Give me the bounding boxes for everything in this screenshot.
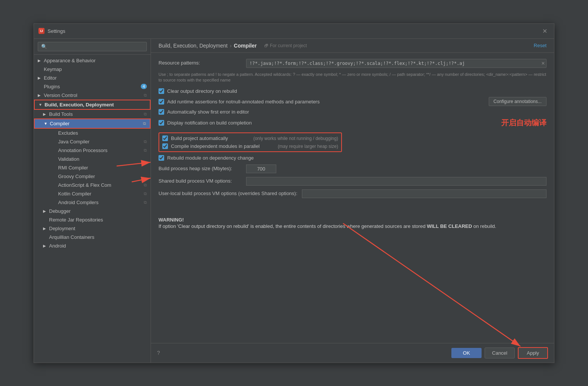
user-local-vm-input[interactable] [302,189,546,198]
copy-icon: ⧉ [144,183,147,188]
add-runtime-label: Add runtime assertions for notnull-annot… [167,99,486,105]
sidebar-item-label: Arquillian Containers [49,234,147,240]
sidebar-item-version-control[interactable]: ▶ Version Control ⧉ [34,91,151,100]
sidebar-item-label: Remote Jar Repositories [49,217,147,223]
sidebar-item-kotlin-compiler[interactable]: Kotlin Compiler ⧉ [34,189,151,198]
warning-body: If option 'Clear output directory on reb… [159,223,546,230]
compile-parallel-checkbox[interactable] [162,143,168,149]
expand-arrow: ▼ [38,103,43,107]
sidebar-item-label: RMI Compiler [58,165,147,171]
reset-button[interactable]: Reset [534,43,546,48]
rebuild-module-label: Rebuild module on dependency change [167,155,546,161]
sidebar-item-excludes[interactable]: Excludes [34,129,151,137]
compile-parallel-note: (may require larger heap size) [278,144,338,149]
sidebar-item-label: Deployment [49,226,147,231]
sidebar-item-plugins[interactable]: Plugins 4 [34,82,151,91]
close-button[interactable]: ✕ [540,27,550,35]
sidebar-item-label: Kotlin Compiler [58,191,142,197]
sidebar-item-label: Appearance & Behavior [44,58,147,63]
build-auto-row: Build project automatically (only works … [162,135,338,141]
rebuild-module-checkbox[interactable] [159,155,164,161]
sidebar-item-appearance[interactable]: ▶ Appearance & Behavior [34,56,151,65]
warning-title: WARNING! [159,217,546,223]
hint-text: Use ; to separate patterns and ! to nega… [159,72,546,83]
compile-parallel-label: Compile independent modules in parallel [171,143,260,149]
copy-icon: ⧉ [144,148,147,153]
apply-button[interactable]: Apply [518,347,548,359]
search-input[interactable] [38,42,147,51]
build-auto-note: (only works while not running / debuggin… [253,136,338,141]
sidebar-item-label: Editor [44,75,147,81]
copy-icon: ⧉ [144,200,147,205]
sidebar-item-rmi-compiler[interactable]: RMI Compiler [34,163,151,172]
build-auto-checkbox[interactable] [162,135,168,141]
sidebar-item-editor[interactable]: ▶ Editor [34,74,151,82]
sidebar-item-label: Annotation Processors [58,148,142,153]
shared-vm-input[interactable] [246,177,546,186]
sidebar-item-groovy-compiler[interactable]: Groovy Compiler [34,172,151,181]
sidebar-item-label: Android Compilers [58,200,142,205]
sidebar-item-label: Compiler [50,121,142,126]
sidebar-item-build-exec-deploy[interactable]: ▼ Build, Execution, Deployment [34,100,151,110]
clear-icon[interactable]: ✕ [541,61,545,66]
sidebar-item-android-compilers[interactable]: Android Compilers ⧉ [34,198,151,207]
sidebar-item-arquillian[interactable]: Arquillian Containers [34,233,151,241]
sidebar-item-label: Java Compiler [58,139,142,145]
main-panel: Build, Execution, Deployment › Compiler … [151,39,554,363]
sidebar-item-label: Android [49,243,147,249]
sidebar-item-label: Keymap [44,66,147,72]
help-icon[interactable]: ? [157,350,160,356]
sidebar-item-deployment[interactable]: ▶ Deployment [34,224,151,233]
sidebar-item-label: Validation [58,156,147,162]
sidebar-item-build-tools[interactable]: ▶ Build Tools ⧉ [34,110,151,118]
breadcrumb-part1: Build, Execution, Deployment [159,43,228,49]
copy-icon: ⧉ [144,93,147,98]
sidebar-item-label: ActionScript & Flex Com [58,182,142,188]
breadcrumb: Build, Execution, Deployment › Compiler … [159,43,307,49]
sidebar-item-label: Excludes [58,130,147,136]
shared-vm-label: Shared build process VM options: [159,177,242,184]
expand-arrow: ▶ [38,93,42,97]
titlebar: IJ Settings ✕ [34,24,554,39]
expand-arrow: ▶ [38,58,42,63]
chinese-annotation: 开启自动编译 [501,118,546,128]
sidebar-item-actionscript[interactable]: ActionScript & Flex Com ⧉ [34,181,151,189]
cancel-button[interactable]: Cancel [485,348,515,358]
resource-patterns-label: Resource patterns: [159,59,242,66]
app-icon: IJ [38,28,45,34]
window-title: Settings [48,28,65,34]
sidebar-item-label: Debugger [49,208,147,214]
display-notification-checkbox[interactable] [159,120,164,126]
resource-patterns-row: Resource patterns: ✕ [159,59,546,68]
sidebar-item-keymap[interactable]: Keymap [34,65,151,74]
display-notification-label: Display notification on build completion [167,120,491,126]
sidebar-item-annotation-processors[interactable]: Annotation Processors ⧉ [34,146,151,155]
sidebar-item-android[interactable]: ▶ Android [34,241,151,250]
panel-header: Build, Execution, Deployment › Compiler … [151,39,554,53]
clear-output-checkbox[interactable] [159,88,164,94]
resource-patterns-input[interactable] [246,59,546,68]
sidebar-item-remote-jar[interactable]: Remote Jar Repositories [34,215,151,224]
sidebar-item-compiler[interactable]: ▼ Compiler ⧉ [34,118,151,129]
expand-arrow: ▼ [44,121,48,126]
sidebar-item-label: Plugins [44,84,138,89]
sidebar-item-label: Build, Execution, Deployment [45,102,146,108]
heap-size-input[interactable] [246,165,276,173]
auto-show-error-checkbox[interactable] [159,109,164,115]
add-runtime-row: Add runtime assertions for notnull-annot… [159,97,546,106]
auto-show-error-row: Automatically show first error in editor [159,109,546,115]
expand-arrow: ▶ [43,112,48,116]
ok-button[interactable]: OK [451,348,482,358]
user-local-vm-row: User-local build process VM options (ove… [159,189,546,198]
bottom-bar: ? OK Cancel Apply [151,343,554,363]
build-auto-label: Build project automatically [171,135,235,141]
add-runtime-checkbox[interactable] [159,99,164,105]
sidebar-item-java-compiler[interactable]: Java Compiler ⧉ [34,137,151,146]
sidebar-item-validation[interactable]: Validation [34,155,151,163]
copy-icon: ⧉ [144,112,147,117]
expand-arrow: ▶ [43,244,48,248]
copy-icon: ⧉ [143,121,146,126]
configure-annotations-button[interactable]: Configure annotations... [489,97,546,106]
sidebar-item-debugger[interactable]: ▶ Debugger [34,207,151,215]
sidebar: ▶ Appearance & Behavior Keymap ▶ Editor [34,39,151,363]
